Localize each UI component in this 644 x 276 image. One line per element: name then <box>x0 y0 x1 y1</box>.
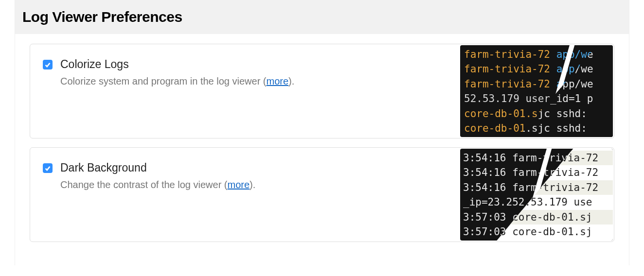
pref-title: Colorize Logs <box>60 58 294 71</box>
pref-card-colorize-logs: Colorize Logs Colorize system and progra… <box>30 44 614 138</box>
pref-card-dark-background: Dark Background Change the contrast of t… <box>30 147 614 242</box>
pref-description: Change the contrast of the log viewer (m… <box>60 179 255 190</box>
section-header: Log Viewer Preferences <box>15 0 629 34</box>
pref-title: Dark Background <box>60 161 255 174</box>
check-icon <box>44 165 51 172</box>
checkbox-colorize-logs[interactable] <box>43 60 53 69</box>
preview-colorize: farm-trivia-72 app/we farm-trivia-72 app… <box>460 45 613 137</box>
checkbox-dark-background[interactable] <box>43 163 53 173</box>
section-title: Log Viewer Preferences <box>22 9 622 25</box>
more-link[interactable]: more <box>228 179 250 190</box>
pref-description: Colorize system and program in the log v… <box>60 76 294 87</box>
check-icon <box>44 61 51 68</box>
preview-dark-background: 3:54:16 farm-trivia-72 3:54:16 farm-triv… <box>460 149 613 241</box>
more-link[interactable]: more <box>267 76 289 86</box>
